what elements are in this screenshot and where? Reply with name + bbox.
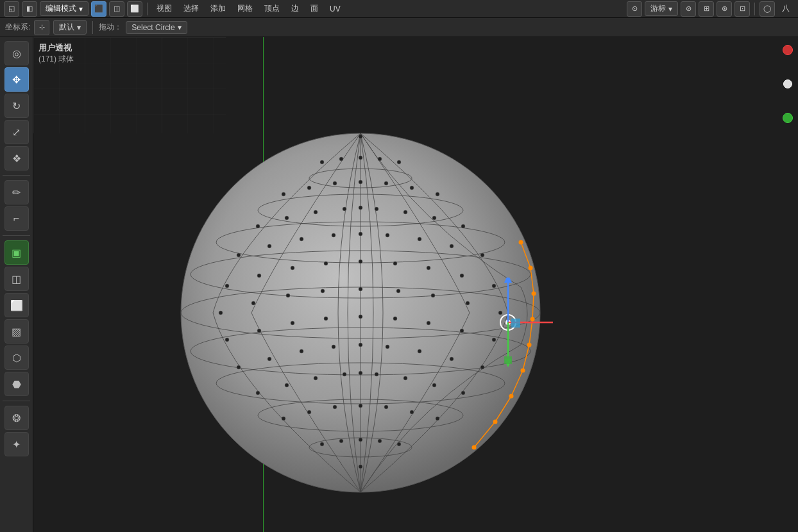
scale-tool-btn[interactable]: ⤢ [4, 120, 29, 144]
menu-add[interactable]: 添加 [206, 2, 230, 15]
svg-point-69 [492, 284, 496, 288]
x-axis-dot[interactable] [783, 45, 793, 55]
svg-line-28 [495, 396, 511, 422]
mesh-btn-6[interactable]: ⬣ [4, 372, 29, 396]
viewport[interactable]: 用户透视 (171) 球体 [33, 37, 798, 532]
svg-point-92 [359, 343, 362, 347]
svg-point-110 [384, 405, 388, 409]
svg-line-23 [531, 268, 534, 294]
face-mode-btn[interactable]: ⬜ [127, 1, 142, 17]
mode-icon[interactable]: ◧ [22, 1, 37, 17]
right-gizmos [781, 45, 794, 123]
svg-point-41 [410, 186, 414, 190]
sphere-mesh [174, 127, 547, 499]
blender-logo[interactable]: ◱ [4, 1, 19, 17]
coord-icon[interactable]: ⊹ [34, 20, 49, 35]
knife-btn[interactable]: ✦ [4, 432, 29, 456]
mirror-btn[interactable]: ⊡ [734, 1, 750, 17]
svg-point-51 [461, 224, 465, 228]
svg-point-117 [397, 442, 401, 446]
svg-point-112 [436, 417, 439, 420]
svg-point-42 [436, 192, 439, 196]
menu-face[interactable]: 面 [306, 2, 323, 15]
mesh-btn-2[interactable]: ◫ [4, 267, 29, 291]
cursor-dropdown[interactable]: 游标 ▾ [645, 1, 678, 16]
svg-point-38 [333, 181, 337, 185]
svg-point-9 [191, 328, 531, 375]
mesh-btn-3[interactable]: ⬜ [4, 293, 29, 317]
svg-point-94 [418, 349, 421, 353]
svg-point-49 [403, 210, 407, 214]
menu-mesh[interactable]: 网格 [233, 2, 257, 15]
drag-dropdown[interactable]: Select Circle ▾ [126, 21, 187, 34]
svg-point-32 [339, 157, 343, 161]
y-axis-dot[interactable] [783, 113, 793, 123]
proportional-edit-btn[interactable]: ⊘ [681, 1, 696, 17]
svg-point-46 [343, 207, 346, 211]
transform-gizmo [463, 278, 540, 354]
svg-point-52 [237, 253, 241, 257]
menu-uv[interactable]: UV [325, 3, 345, 15]
svg-line-25 [529, 319, 532, 345]
snap-btn[interactable]: ⊛ [717, 1, 732, 17]
measure-btn[interactable]: ⌐ [4, 206, 29, 231]
rotate-tool-btn[interactable]: ↻ [4, 94, 29, 118]
move-tool-btn[interactable]: ✥ [4, 67, 29, 92]
drag-label: 拖动： [99, 22, 122, 33]
z-axis-dot[interactable] [783, 79, 792, 88]
svg-line-22 [521, 242, 531, 268]
svg-point-116 [378, 439, 382, 443]
separator-3 [92, 21, 93, 34]
cursor-tool-btn[interactable]: ◎ [4, 41, 29, 65]
sidebar-separator-3 [3, 401, 30, 401]
svg-point-91 [332, 345, 335, 349]
svg-point-89 [267, 357, 271, 361]
edit-mode-dropdown[interactable]: 编辑模式 ▾ [40, 1, 89, 16]
svg-point-71 [251, 301, 255, 305]
add-cube-btn[interactable]: ▣ [4, 240, 29, 265]
svg-point-90 [300, 349, 303, 353]
svg-point-104 [432, 383, 436, 387]
coord-dropdown[interactable]: 默认 ▾ [53, 20, 87, 35]
vertex-mode-btn[interactable]: ⬛ [91, 1, 106, 17]
svg-point-19 [509, 394, 514, 399]
svg-point-50 [432, 216, 436, 220]
svg-point-77 [466, 301, 470, 305]
menu-view[interactable]: 视图 [152, 2, 176, 15]
viewport-shading-btn[interactable]: ◯ [760, 1, 775, 17]
svg-point-55 [332, 233, 335, 237]
annotate-btn[interactable]: ✏ [4, 180, 29, 204]
svg-point-99 [314, 376, 318, 380]
svg-point-100 [343, 372, 346, 376]
edge-mode-btn[interactable]: ◫ [109, 1, 124, 17]
mesh-btn-5[interactable]: ⬡ [4, 345, 29, 370]
menu-eight[interactable]: 八 [777, 2, 794, 15]
svg-line-24 [532, 294, 534, 319]
separator-2 [754, 3, 755, 15]
svg-point-16 [531, 317, 535, 322]
svg-point-106 [282, 417, 285, 420]
svg-point-4 [309, 169, 412, 188]
svg-point-109 [359, 404, 362, 408]
shrink-btn[interactable]: ❂ [4, 406, 29, 430]
svg-point-81 [291, 321, 294, 325]
svg-point-96 [480, 365, 484, 369]
svg-point-8 [181, 287, 540, 338]
menu-select[interactable]: 选择 [179, 2, 203, 15]
svg-point-14 [529, 266, 533, 270]
svg-rect-128 [511, 319, 520, 328]
menu-edge[interactable]: 边 [287, 2, 303, 15]
svg-point-98 [285, 383, 289, 387]
svg-point-10 [216, 363, 505, 404]
svg-point-105 [461, 391, 465, 395]
mesh-btn-4[interactable]: ▨ [4, 319, 29, 344]
menu-vertex[interactable]: 顶点 [260, 2, 284, 15]
svg-point-66 [393, 262, 397, 265]
svg-point-111 [410, 410, 414, 414]
transform-tool-btn[interactable]: ❖ [4, 146, 29, 170]
transform-btn[interactable]: ⊞ [699, 1, 714, 17]
svg-point-119 [500, 315, 516, 330]
svg-point-64 [324, 262, 328, 265]
svg-point-39 [359, 180, 362, 184]
snapping-icon[interactable]: ⊙ [627, 1, 642, 17]
